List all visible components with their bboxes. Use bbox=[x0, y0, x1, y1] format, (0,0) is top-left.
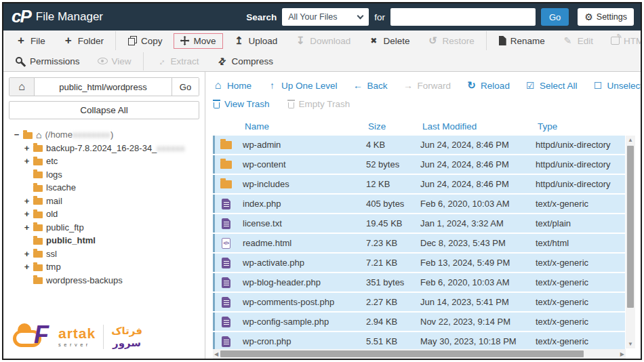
file-row[interactable]: wp-activate.php 7.21 KB Feb 13, 2024, 5:… bbox=[213, 254, 625, 272]
horizontal-scroll-thumb[interactable] bbox=[220, 350, 584, 357]
file-name: wp-includes bbox=[243, 179, 366, 189]
tree-item[interactable]: + ⌂ public_ftp bbox=[14, 221, 199, 235]
home-path-button[interactable]: ⌂ bbox=[9, 78, 35, 96]
toolbar-button[interactable]: Delete bbox=[361, 33, 416, 49]
toolbar-button[interactable]: Restore bbox=[420, 33, 481, 49]
column-header[interactable]: Name bbox=[245, 121, 368, 132]
nav-link[interactable]: Reload bbox=[466, 79, 510, 92]
tree-expander[interactable]: + bbox=[24, 209, 30, 219]
toolbar-button[interactable]: Move bbox=[174, 33, 223, 49]
fartak-server-logo: F artak server فرتاک سرور bbox=[13, 322, 142, 352]
file-row[interactable]: wp-config-sample.php 2.94 KB Nov 22, 202… bbox=[213, 313, 625, 331]
toolbar-button[interactable]: Upload bbox=[227, 33, 285, 49]
folder-icon bbox=[23, 132, 33, 139]
nav-link[interactable]: Back bbox=[353, 80, 388, 91]
file-type-icon bbox=[222, 277, 230, 288]
nav-link[interactable]: Up One Level bbox=[267, 80, 338, 91]
nav-link[interactable]: Forward bbox=[403, 80, 451, 91]
tree-item[interactable]: ⌂ logs bbox=[14, 168, 199, 182]
nav-link-icon bbox=[213, 79, 223, 92]
search-go-button[interactable]: Go bbox=[541, 8, 569, 26]
nav-link[interactable]: Select All bbox=[525, 80, 578, 91]
scroll-down-arrow[interactable]: ▼ bbox=[628, 340, 633, 348]
column-header[interactable]: Last Modified bbox=[422, 121, 538, 132]
file-modified: Dec 8, 2023, 5:43 PM bbox=[420, 238, 536, 248]
tree-expander[interactable]: + bbox=[24, 196, 30, 206]
toolbar-button[interactable]: Permissions bbox=[9, 54, 87, 69]
file-rows: wp-admin 4 KB Jun 24, 2024, 8:46 PM http… bbox=[213, 136, 625, 350]
settings-button[interactable]: ⚙ Settings bbox=[578, 8, 634, 26]
toolbar-button[interactable]: Copy bbox=[121, 33, 169, 49]
file-modified: Jun 14, 2023, 5:41 PM bbox=[420, 297, 536, 307]
tree-item-label: wordpress-backups bbox=[46, 275, 123, 285]
file-modified: Jan 1, 2024, 3:32 AM bbox=[420, 218, 536, 228]
brand-subtitle: server bbox=[58, 342, 96, 348]
tree-expander[interactable]: + bbox=[24, 143, 30, 153]
tree-item[interactable]: + ⌂ tmp bbox=[14, 260, 199, 274]
path-input[interactable] bbox=[35, 78, 172, 96]
tree-expander[interactable]: + bbox=[24, 249, 30, 259]
file-size: 12 KB bbox=[366, 179, 420, 189]
horizontal-scrollbar[interactable]: ◀ ▶ bbox=[213, 349, 626, 359]
tree-expander[interactable]: − bbox=[14, 129, 20, 140]
file-row[interactable]: wp-admin 4 KB Jun 24, 2024, 8:46 PM http… bbox=[213, 136, 625, 154]
tree-item[interactable]: + ⌂ ssl bbox=[14, 247, 199, 261]
nav-link[interactable]: Home bbox=[213, 79, 251, 92]
file-row[interactable]: wp-blog-header.php 351 bytes Feb 6, 2020… bbox=[213, 273, 625, 291]
search-scope-select[interactable]: All Your Files bbox=[282, 8, 369, 26]
tree-expander[interactable]: + bbox=[24, 262, 30, 272]
toolbar-button[interactable]: Compress bbox=[210, 53, 281, 69]
tree-expander[interactable]: + bbox=[24, 222, 30, 233]
trash-icon bbox=[213, 100, 220, 108]
file-row[interactable]: wp-cron.php 5.51 KB May 30, 2023, 10:18 … bbox=[213, 332, 625, 350]
tree-expander[interactable]: + bbox=[24, 156, 30, 166]
path-bar: ⌂ Go bbox=[9, 77, 199, 96]
tree-item[interactable]: ⌂ public_html bbox=[14, 234, 199, 247]
vertical-scrollbar[interactable]: ▲ ▼ bbox=[626, 136, 635, 348]
file-row[interactable]: readme.html 7.23 KB Dec 8, 2023, 5:43 PM… bbox=[213, 234, 625, 252]
tree-item[interactable]: − ⌂ (/homexxxxxxxx) bbox=[14, 128, 199, 142]
search-input[interactable] bbox=[390, 8, 536, 26]
file-row[interactable]: wp-content 52 bytes Jun 24, 2024, 8:46 P… bbox=[213, 155, 625, 174]
toolbar-button[interactable]: HTML Editor bbox=[604, 33, 642, 49]
toolbar-button[interactable]: Folder bbox=[56, 33, 110, 49]
trash-link[interactable]: View Trash bbox=[213, 99, 270, 109]
toolbar-button-label: Compress bbox=[232, 56, 274, 66]
toolbar-button[interactable]: Extract bbox=[149, 53, 206, 69]
scroll-left-arrow[interactable]: ◀ bbox=[214, 350, 218, 359]
toolbar-button-label: Folder bbox=[78, 36, 104, 46]
file-row[interactable]: wp-includes 12 KB Jun 24, 2024, 8:46 PM … bbox=[213, 175, 625, 193]
toolbar-button-label: View bbox=[112, 56, 132, 66]
tree-item[interactable]: + ⌂ old bbox=[14, 207, 199, 221]
column-header[interactable]: Type bbox=[538, 121, 625, 132]
toolbar-button[interactable]: Download bbox=[288, 33, 357, 49]
toolbar-button[interactable]: View bbox=[91, 54, 138, 69]
toolbar-button[interactable]: Rename bbox=[492, 33, 552, 49]
toolbar-button[interactable]: Edit bbox=[556, 33, 600, 49]
file-row[interactable]: license.txt 19.45 KB Jan 1, 2024, 3:32 A… bbox=[213, 214, 625, 233]
file-type: text/x-generic bbox=[536, 336, 625, 346]
collapse-all-button[interactable]: Collapse All bbox=[9, 101, 199, 119]
nav-link[interactable]: Unselect All bbox=[592, 80, 641, 91]
tree-item[interactable]: ⌂ lscache bbox=[14, 181, 199, 195]
column-header[interactable]: Size bbox=[368, 121, 422, 132]
toolbar-button-icon bbox=[98, 58, 108, 64]
toolbar-button[interactable]: File bbox=[9, 33, 52, 49]
tree-item[interactable]: + ⌂ mail bbox=[14, 195, 199, 208]
file-row[interactable]: index.php 405 bytes Feb 6, 2020, 10:03 A… bbox=[213, 195, 625, 213]
scroll-up-arrow[interactable]: ▲ bbox=[628, 136, 633, 144]
file-name: index.php bbox=[243, 199, 366, 209]
trash-link[interactable]: Empty Trash bbox=[287, 99, 350, 109]
tree-item[interactable]: + ⌂ etc bbox=[14, 155, 199, 168]
tree-item[interactable]: + ⌂ backup-7.8.2024_16-28-34_xxxxxx bbox=[14, 142, 199, 155]
main-area: ⌂ Go Collapse All − ⌂ (/homexxxxxxxx) bbox=[3, 72, 641, 359]
tree-item[interactable]: ⌂ wordpress-backups bbox=[14, 274, 199, 287]
folder-icon bbox=[33, 159, 43, 165]
file-name: wp-cron.php bbox=[243, 336, 366, 346]
search-label: Search bbox=[246, 12, 277, 22]
vertical-scroll-thumb[interactable] bbox=[627, 146, 634, 308]
nav-link-icon bbox=[466, 79, 477, 92]
path-go-button[interactable]: Go bbox=[172, 78, 199, 96]
file-row[interactable]: wp-comments-post.php 2.27 KB Jun 14, 202… bbox=[213, 293, 625, 311]
scroll-right-arrow[interactable]: ▶ bbox=[620, 350, 624, 359]
